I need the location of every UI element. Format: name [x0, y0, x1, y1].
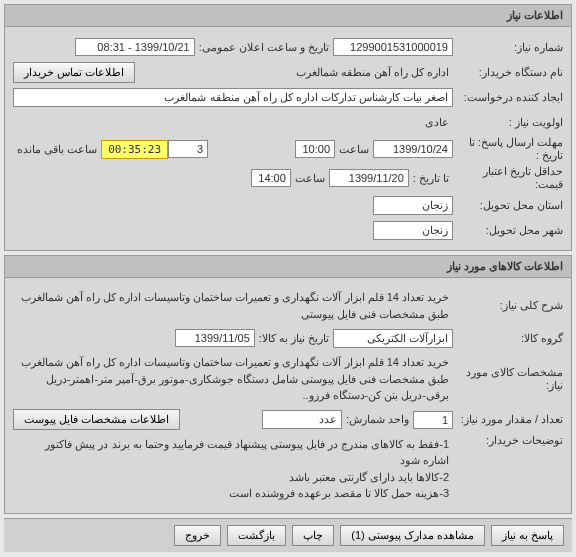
province-value: زنجان	[373, 196, 453, 215]
priority-value: عادی	[13, 114, 453, 131]
panel2-header: اطلاعات کالاهای مورد نیاز	[5, 256, 571, 278]
remain-suffix: ساعت باقی مانده	[13, 143, 101, 156]
summary-label: شرح کلی نیاز:	[453, 299, 563, 312]
exit-button[interactable]: خروج	[174, 525, 221, 546]
goods-info-panel: اطلاعات کالاهای مورد نیاز شرح کلی نیاز: …	[4, 255, 572, 514]
deadline-time: 10:00	[295, 140, 335, 158]
min-validity-to: تا تاریخ :	[409, 172, 453, 185]
spec-value: خرید تعداد 14 قلم ابزار آلات نگهداری و ت…	[13, 352, 453, 406]
min-validity-time: 14:00	[251, 169, 291, 187]
group-label: گروه کالا:	[453, 332, 563, 345]
req-no-label: شماره نیاز:	[453, 41, 563, 54]
days-remaining: 3	[168, 140, 208, 158]
deadline-date: 1399/10/24	[373, 140, 453, 158]
deadline-label: مهلت ارسال پاسخ: تا تاریخ :	[453, 136, 563, 162]
buyer-dev-label: نام دستگاه خریدار:	[453, 66, 563, 79]
action-bar: پاسخ به نیاز مشاهده مدارک پیوستی (1) چاپ…	[4, 518, 572, 552]
city-value: زنجان	[373, 221, 453, 240]
priority-label: اولویت نیاز :	[453, 116, 563, 129]
need-by-value: 1399/11/05	[175, 329, 255, 347]
unit-label: واحد شمارش:	[342, 413, 413, 426]
min-validity-date: 1399/11/20	[329, 169, 409, 187]
deadline-time-label: ساعت	[335, 143, 373, 156]
province-label: استان محل تحویل:	[453, 199, 563, 212]
city-label: شهر محل تحویل:	[453, 224, 563, 237]
view-attachments-button[interactable]: مشاهده مدارک پیوستی (1)	[340, 525, 485, 546]
notes-value: 1-فقط به کالاهای مندرج در فایل پیوستی پی…	[13, 434, 453, 504]
ann-value: 1399/10/21 - 08:31	[75, 38, 195, 56]
buyer-contact-button[interactable]: اطلاعات تماس خریدار	[13, 62, 135, 83]
qty-label: تعداد / مقدار مورد نیاز:	[453, 413, 563, 426]
panel1-header: اطلاعات نیاز	[5, 5, 571, 27]
reply-button[interactable]: پاسخ به نیاز	[491, 525, 564, 546]
need-info-panel: اطلاعات نیاز شماره نیاز: 129900153100001…	[4, 4, 572, 251]
notes-label: توضیحات خریدار:	[453, 434, 563, 447]
group-value: ابزارآلات الکتریکی	[333, 329, 453, 348]
countdown-timer: 00:35:23	[101, 140, 168, 159]
buyer-dev-value: اداره کل راه آهن منطقه شمالغرب	[135, 64, 453, 81]
unit-value: عدد	[262, 410, 342, 429]
min-validity-label: حداقل تاریخ اعتبار قیمت:	[453, 165, 563, 191]
creator-label: ایجاد کننده درخواست:	[453, 91, 563, 104]
print-button[interactable]: چاپ	[292, 525, 334, 546]
creator-value: اصغر بیات کارشناس تدارکات اداره کل راه آ…	[13, 88, 453, 107]
summary-value: خرید تعداد 14 قلم ابزار آلات نگهداری و ت…	[13, 287, 453, 324]
back-button[interactable]: بازگشت	[227, 525, 286, 546]
need-by-label: تاریخ نیاز به کالا:	[255, 332, 333, 345]
req-no-value: 1299001531000019	[333, 38, 453, 56]
attachment-spec-button[interactable]: اطلاعات مشخصات فایل پیوست	[13, 409, 180, 430]
qty-value: 1	[413, 411, 453, 429]
spec-label: مشخصات کالای مورد نیاز:	[453, 366, 563, 392]
ann-label: تاریخ و ساعت اعلان عمومی:	[195, 41, 333, 54]
min-validity-time-label: ساعت	[291, 172, 329, 185]
